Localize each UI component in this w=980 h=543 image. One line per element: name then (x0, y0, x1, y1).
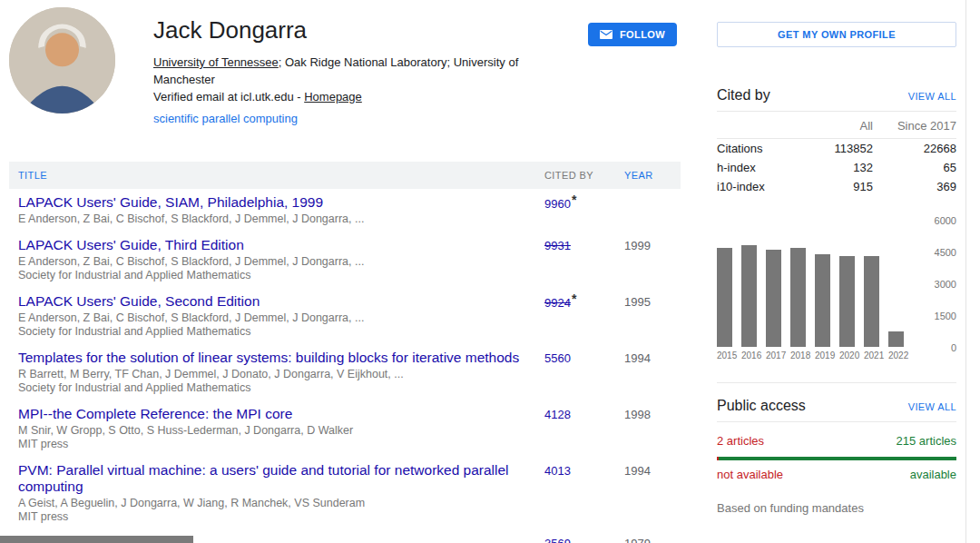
profile-affiliation: University of Tennessee; Oak Ridge Natio… (153, 54, 580, 88)
chart-bar[interactable] (741, 245, 757, 347)
cited-by-cell: 3569 (544, 535, 624, 543)
chart-year-label: 2022 (888, 350, 904, 360)
table-row: Templates for the solution of linear sys… (9, 344, 681, 400)
co-author-asterisk: * (572, 193, 576, 207)
chart-bar[interactable] (766, 250, 781, 347)
chart-year-label: 2015 (717, 350, 732, 360)
publication-title-link[interactable]: PVM: Parallel virtual machine: a users' … (18, 462, 530, 495)
horizontal-scrollbar-thumb[interactable] (0, 536, 193, 543)
main-column: Jack Dongarra University of Tennessee; O… (0, 0, 699, 543)
stat-i10-index-all: 915 (793, 177, 873, 196)
publications-list: LAPACK Users' Guide, SIAM, Philadelphia,… (9, 189, 681, 543)
funding-mandates-note: Based on funding mandates (717, 501, 956, 515)
publication-title-link[interactable]: Templates for the solution of linear sys… (18, 350, 530, 366)
publication-year: 1999 (624, 237, 671, 252)
publication-info: LAPACK Users' Guide, SIAM, Philadelphia,… (18, 194, 544, 226)
envelope-icon (600, 30, 612, 39)
cited-by-cell: 4128 (544, 406, 624, 421)
publication-title-link[interactable]: LAPACK Users' Guide, Third Edition (18, 237, 530, 253)
publication-authors: M Snir, W Gropp, S Otto, S Huss-Lederman… (18, 424, 530, 438)
cited-by-title: Cited by (717, 87, 770, 104)
stat-label-h-index: h-index (717, 158, 793, 177)
profile-photo[interactable] (9, 7, 115, 114)
cited-by-count[interactable]: 9960 (544, 197, 571, 211)
profile-name: Jack Dongarra (153, 16, 580, 44)
sort-by-citations-header[interactable]: CITED BY (544, 170, 624, 181)
sort-by-title-header[interactable]: TITLE (18, 170, 544, 181)
cited-by-count[interactable]: 9924 (544, 296, 571, 310)
available-label: available (910, 468, 956, 481)
stat-label-citations: Citations (717, 139, 793, 159)
publication-venue: MIT press (18, 438, 530, 451)
publication-title-link[interactable]: LAPACK Users' Guide, SIAM, Philadelphia,… (18, 194, 530, 211)
citations-chart-bars (717, 222, 918, 347)
chart-bar[interactable] (888, 331, 904, 347)
publication-year: 1994 (624, 462, 671, 478)
publication-info: MPI--the Complete Reference: the MPI cor… (18, 406, 544, 451)
chart-bar[interactable] (790, 248, 806, 347)
cited-by-count[interactable]: 4128 (544, 408, 571, 421)
publication-authors: E Anderson, Z Bai, C Bischof, S Blackfor… (18, 255, 530, 269)
publication-year: 1995 (624, 293, 671, 309)
citation-stats-table: All Since 2017 Citations 113852 22668 h-… (717, 114, 956, 196)
cited-by-cell: 9960* (544, 194, 624, 211)
verified-email-line: Verified email at icl.utk.edu - Homepage (153, 88, 580, 105)
follow-button[interactable]: FOLLOW (588, 23, 677, 46)
chart-year-label: 2021 (864, 350, 879, 360)
chart-year-label: 2019 (815, 350, 830, 360)
stat-h-index-since: 65 (873, 158, 956, 177)
table-row: LAPACK Users' Guide, SIAM, Philadelphia,… (9, 189, 681, 232)
co-author-asterisk: * (572, 291, 576, 306)
cited-by-count[interactable]: 9931 (544, 239, 571, 252)
homepage-link[interactable]: Homepage (304, 90, 362, 104)
cited-by-cell: 5560 (544, 350, 624, 365)
citations-chart-xlabels: 20152016201720182019202020212022 (717, 350, 918, 360)
publication-year: 1998 (624, 406, 671, 421)
sort-by-year-header[interactable]: YEAR (624, 170, 671, 181)
not-available-count-link[interactable]: 2 articles (717, 434, 764, 448)
publication-authors: E Anderson, Z Bai, C Bischof, S Blackfor… (18, 311, 530, 325)
chart-bar[interactable] (839, 256, 855, 347)
cited-by-count[interactable]: 3569 (544, 537, 571, 543)
publication-venue: Society for Industrial and Applied Mathe… (18, 325, 530, 339)
publication-year: 1979 (624, 535, 671, 543)
interest-link[interactable]: scientific parallel computing (153, 112, 298, 125)
profile-photo-placeholder (9, 7, 115, 114)
publication-authors: E Anderson, Z Bai, C Bischof, S Blackfor… (18, 212, 530, 226)
chart-bar[interactable] (815, 254, 830, 347)
cited-by-cell: 4013 (544, 462, 624, 478)
table-row: PVM: Parallel virtual machine: a users' … (9, 457, 681, 529)
stat-i10-index-since: 369 (873, 177, 956, 196)
publications-header-row: TITLE CITED BY YEAR (9, 162, 681, 189)
publication-authors: R Barrett, M Berry, TF Chan, J Demmel, J… (18, 368, 530, 381)
publication-venue: Society for Industrial and Applied Mathe… (18, 381, 530, 395)
publication-info: LAPACK Users' Guide, Third Edition E And… (18, 237, 544, 282)
table-row: MPI--the Complete Reference: the MPI cor… (9, 400, 681, 457)
chart-bar[interactable] (864, 256, 879, 347)
sidebar: GET MY OWN PROFILE Cited by VIEW ALL All… (717, 0, 966, 543)
public-access-labels: not available available (717, 468, 956, 481)
not-available-label: not available (717, 468, 783, 481)
available-count-link[interactable]: 215 articles (897, 434, 956, 448)
public-access-title: Public access (717, 398, 806, 414)
cited-by-count[interactable]: 5560 (544, 351, 571, 365)
cited-by-cell: 9931 (544, 237, 624, 252)
affiliation-link[interactable]: University of Tennessee (153, 55, 279, 69)
public-access-view-all-link[interactable]: VIEW ALL (908, 401, 956, 412)
publication-authors: A Geist, A Beguelin, J Dongarra, W Jiang… (18, 497, 530, 510)
get-my-own-profile-button[interactable]: GET MY OWN PROFILE (717, 22, 956, 47)
publication-title-link[interactable]: MPI--the Complete Reference: the MPI cor… (18, 406, 530, 422)
verified-email-text: Verified email at icl.utk.edu - (153, 90, 304, 104)
public-access-counts: 2 articles 215 articles (717, 434, 956, 448)
chart-ytick-label: 1500 (935, 311, 956, 321)
publication-title-link[interactable]: LAPACK Users' Guide, Second Edition (18, 293, 530, 310)
stats-row-citations: Citations 113852 22668 (717, 139, 956, 159)
cited-by-header: Cited by VIEW ALL (717, 87, 956, 112)
cited-by-count[interactable]: 4013 (544, 464, 571, 478)
public-access-section: Public access VIEW ALL 2 articles 215 ar… (717, 382, 956, 515)
cited-by-view-all-link[interactable]: VIEW ALL (908, 91, 956, 102)
stat-label-i10-index: i10-index (717, 177, 793, 196)
stats-row-i10-index: i10-index 915 369 (717, 177, 956, 196)
table-row: LAPACK Users' Guide, Second Edition E An… (9, 288, 681, 344)
chart-bar[interactable] (717, 248, 732, 347)
